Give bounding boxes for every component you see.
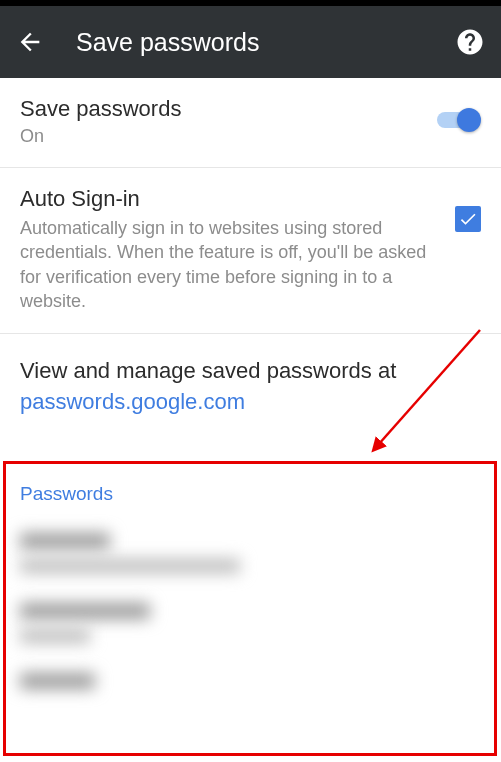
- save-passwords-title: Save passwords: [20, 96, 437, 122]
- password-entry[interactable]: [20, 533, 481, 573]
- page-title: Save passwords: [76, 28, 455, 57]
- auto-signin-checkbox[interactable]: [455, 206, 481, 232]
- app-header: Save passwords: [0, 6, 501, 78]
- passwords-list-section: Passwords: [0, 461, 501, 719]
- auto-signin-title: Auto Sign-in: [20, 186, 439, 212]
- auto-signin-description: Automatically sign in to websites using …: [20, 216, 439, 313]
- back-arrow-icon[interactable]: [16, 28, 44, 56]
- password-entry[interactable]: [20, 673, 481, 689]
- passwords-link[interactable]: passwords.google.com: [20, 389, 245, 414]
- save-passwords-toggle[interactable]: [437, 108, 481, 132]
- password-entry[interactable]: [20, 603, 481, 643]
- help-icon[interactable]: [455, 27, 485, 57]
- save-passwords-status: On: [20, 126, 437, 147]
- view-manage-section: View and manage saved passwords at passw…: [0, 334, 501, 436]
- auto-signin-row[interactable]: Auto Sign-in Automatically sign in to we…: [0, 168, 501, 334]
- save-passwords-row[interactable]: Save passwords On: [0, 78, 501, 168]
- view-manage-text: View and manage saved passwords at: [20, 358, 396, 383]
- passwords-list-header: Passwords: [20, 483, 481, 505]
